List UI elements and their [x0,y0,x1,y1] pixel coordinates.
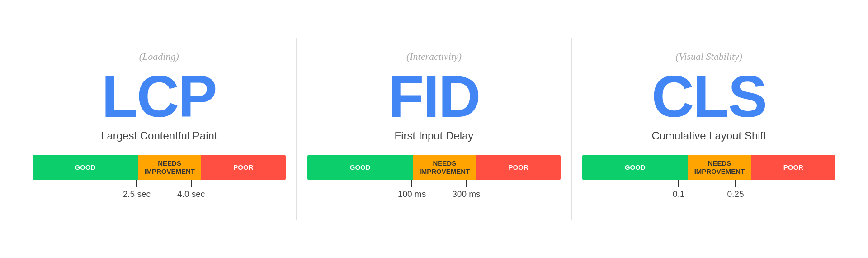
divider-1 [296,38,297,220]
cls-marker-2: 0.25 [727,180,744,199]
lcp-marker-line-1 [136,180,137,187]
lcp-marker-line-2 [191,180,192,187]
lcp-bar-wrapper: GOOD NEEDS IMPROVEMENT POOR 2.5 sec 4.0 … [33,155,286,207]
cls-marker-label-1: 0.1 [673,189,684,199]
fid-marker-line-1 [411,180,412,187]
cls-markers: 0.1 0.25 [582,180,835,207]
fid-bar: GOOD NEEDS IMPROVEMENT POOR [307,155,561,180]
fid-subtitle: (Interactivity) [406,51,462,62]
cls-segment-needs: NEEDS IMPROVEMENT [688,155,751,180]
lcp-fullname: Largest Contentful Paint [101,129,217,142]
fid-marker-line-2 [466,180,467,187]
cls-marker-label-2: 0.25 [727,189,744,199]
lcp-marker-1: 2.5 sec [123,180,151,199]
cls-segment-good: GOOD [582,155,688,180]
fid-marker-2: 300 ms [452,180,480,199]
fid-fullname: First Input Delay [395,129,474,142]
lcp-segment-needs: NEEDS IMPROVEMENT [138,155,201,180]
lcp-subtitle: (Loading) [139,51,179,62]
cls-acronym: CLS [651,67,766,126]
cls-bar: GOOD NEEDS IMPROVEMENT POOR [582,155,835,180]
fid-bar-wrapper: GOOD NEEDS IMPROVEMENT POOR 100 ms 300 m… [307,155,561,207]
fid-marker-label-2: 300 ms [452,189,480,199]
lcp-segment-good: GOOD [33,155,138,180]
lcp-bar: GOOD NEEDS IMPROVEMENT POOR [33,155,286,180]
lcp-segment-poor: POOR [201,155,286,180]
cls-subtitle: (Visual Stability) [675,51,742,62]
fid-markers: 100 ms 300 ms [307,180,561,207]
fid-marker-1: 100 ms [398,180,426,199]
cls-fullname: Cumulative Layout Shift [651,129,766,142]
lcp-marker-2: 4.0 sec [177,180,205,199]
cls-marker-line-1 [678,180,679,187]
metric-fid: (Interactivity) FID First Input Delay GO… [307,51,561,207]
lcp-marker-label-1: 2.5 sec [123,189,151,199]
fid-segment-good: GOOD [307,155,413,180]
lcp-markers: 2.5 sec 4.0 sec [33,180,286,207]
metric-cls: (Visual Stability) CLS Cumulative Layout… [582,51,835,207]
fid-acronym: FID [388,67,480,126]
cls-bar-wrapper: GOOD NEEDS IMPROVEMENT POOR 0.1 0.25 [582,155,835,207]
fid-segment-needs: NEEDS IMPROVEMENT [413,155,476,180]
divider-2 [571,38,572,220]
cls-marker-line-2 [735,180,736,187]
cls-segment-poor: POOR [751,155,836,180]
metrics-container: (Loading) LCP Largest Contentful Paint G… [27,38,841,220]
cls-marker-1: 0.1 [673,180,684,199]
fid-segment-poor: POOR [476,155,561,180]
metric-lcp: (Loading) LCP Largest Contentful Paint G… [33,51,286,207]
lcp-acronym: LCP [102,67,217,126]
lcp-marker-label-2: 4.0 sec [177,189,205,199]
fid-marker-label-1: 100 ms [398,189,426,199]
